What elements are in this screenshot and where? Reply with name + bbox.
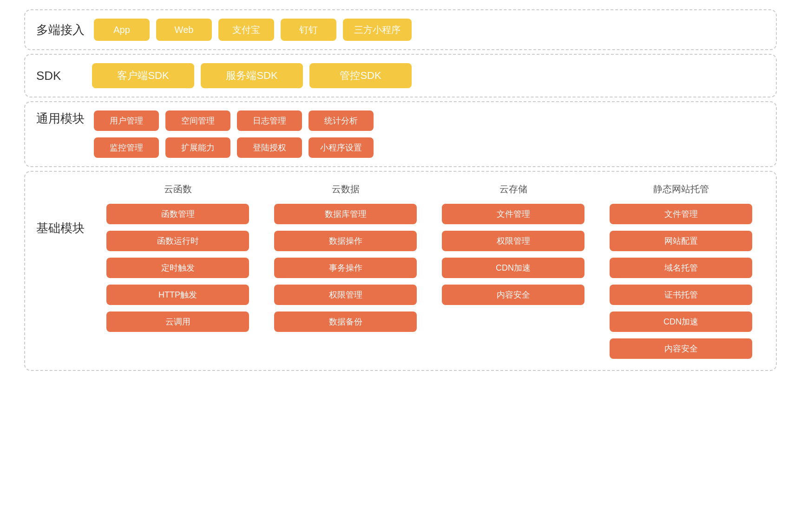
column-header: 云数据: [332, 183, 360, 195]
multi-access-item[interactable]: 支付宝: [218, 19, 274, 41]
sdk-buttons: 客户端SDK服务端SDK管控SDK: [92, 63, 765, 88]
column-header: 云函数: [164, 183, 192, 195]
base-module-item[interactable]: 内容安全: [610, 338, 752, 359]
base-column-1: 云数据数据库管理数据操作事务操作权限管理数据备份: [262, 183, 429, 359]
common-module-label: 通用模块: [36, 110, 85, 127]
multi-access-section: 多端接入 AppWeb支付宝钉钉三方小程序: [24, 9, 777, 50]
common-module-item[interactable]: 统计分析: [309, 110, 374, 131]
multi-access-item[interactable]: 钉钉: [281, 19, 336, 41]
base-module-label: 基础模块: [36, 183, 85, 236]
multi-access-item[interactable]: Web: [156, 19, 212, 41]
common-module-content: 用户管理空间管理日志管理统计分析 监控管理扩展能力登陆授权小程序设置: [94, 110, 765, 158]
common-module-row2: 监控管理扩展能力登陆授权小程序设置: [94, 137, 765, 158]
sdk-item[interactable]: 客户端SDK: [92, 63, 194, 88]
common-module-item[interactable]: 监控管理: [94, 137, 159, 158]
base-module-item[interactable]: 云调用: [106, 311, 249, 332]
base-module-item[interactable]: 数据操作: [274, 231, 417, 251]
base-module-item[interactable]: 数据库管理: [274, 204, 417, 224]
base-module-item[interactable]: 域名托管: [610, 258, 752, 278]
common-module-item[interactable]: 日志管理: [237, 110, 302, 131]
column-btns: 文件管理权限管理CDN加速内容安全: [429, 204, 597, 305]
base-module-item[interactable]: 事务操作: [274, 258, 417, 278]
base-module-item[interactable]: 网站配置: [610, 231, 752, 251]
column-btns: 文件管理网站配置域名托管证书托管CDN加速内容安全: [597, 204, 765, 359]
base-module-item[interactable]: HTTP触发: [106, 285, 249, 305]
base-module-item[interactable]: CDN加速: [442, 258, 584, 278]
base-column-0: 云函数函数管理函数运行时定时触发HTTP触发云调用: [94, 183, 262, 359]
base-module-item[interactable]: 函数管理: [106, 204, 249, 224]
multi-access-buttons: AppWeb支付宝钉钉三方小程序: [94, 19, 765, 41]
base-module-item[interactable]: 权限管理: [442, 231, 584, 251]
base-module-item[interactable]: 证书托管: [610, 285, 752, 305]
column-header: 云存储: [499, 183, 527, 195]
base-module-item[interactable]: 文件管理: [442, 204, 584, 224]
common-module-item[interactable]: 扩展能力: [165, 137, 230, 158]
common-module-row1: 用户管理空间管理日志管理统计分析: [94, 110, 765, 131]
base-module-section: 基础模块 云函数函数管理函数运行时定时触发HTTP触发云调用云数据数据库管理数据…: [24, 171, 777, 371]
base-column-3: 静态网站托管文件管理网站配置域名托管证书托管CDN加速内容安全: [597, 183, 765, 359]
base-module-item[interactable]: 权限管理: [274, 285, 417, 305]
base-module-item[interactable]: 内容安全: [442, 285, 584, 305]
sdk-item[interactable]: 服务端SDK: [201, 63, 303, 88]
base-module-item[interactable]: CDN加速: [610, 311, 752, 332]
multi-access-item[interactable]: 三方小程序: [343, 19, 412, 41]
sdk-item[interactable]: 管控SDK: [309, 63, 412, 88]
common-module-item[interactable]: 小程序设置: [309, 137, 374, 158]
diagram-container: 多端接入 AppWeb支付宝钉钉三方小程序 SDK 客户端SDK服务端SDK管控…: [24, 9, 777, 375]
common-module-item[interactable]: 用户管理: [94, 110, 159, 131]
multi-access-label: 多端接入: [36, 22, 85, 38]
base-module-item[interactable]: 文件管理: [610, 204, 752, 224]
common-module-item[interactable]: 空间管理: [165, 110, 230, 131]
common-module-section: 通用模块 用户管理空间管理日志管理统计分析 监控管理扩展能力登陆授权小程序设置: [24, 101, 777, 167]
base-column-2: 云存储文件管理权限管理CDN加速内容安全: [429, 183, 597, 359]
base-module-item[interactable]: 数据备份: [274, 311, 417, 332]
common-module-item[interactable]: 登陆授权: [237, 137, 302, 158]
multi-access-item[interactable]: App: [94, 19, 150, 41]
sdk-section: SDK 客户端SDK服务端SDK管控SDK: [24, 54, 777, 97]
column-btns: 数据库管理数据操作事务操作权限管理数据备份: [262, 204, 429, 332]
sdk-label: SDK: [36, 69, 83, 83]
column-header: 静态网站托管: [653, 183, 709, 195]
base-module-columns: 云函数函数管理函数运行时定时触发HTTP触发云调用云数据数据库管理数据操作事务操…: [94, 183, 765, 359]
column-btns: 函数管理函数运行时定时触发HTTP触发云调用: [94, 204, 262, 332]
base-module-item[interactable]: 函数运行时: [106, 231, 249, 251]
base-module-item[interactable]: 定时触发: [106, 258, 249, 278]
